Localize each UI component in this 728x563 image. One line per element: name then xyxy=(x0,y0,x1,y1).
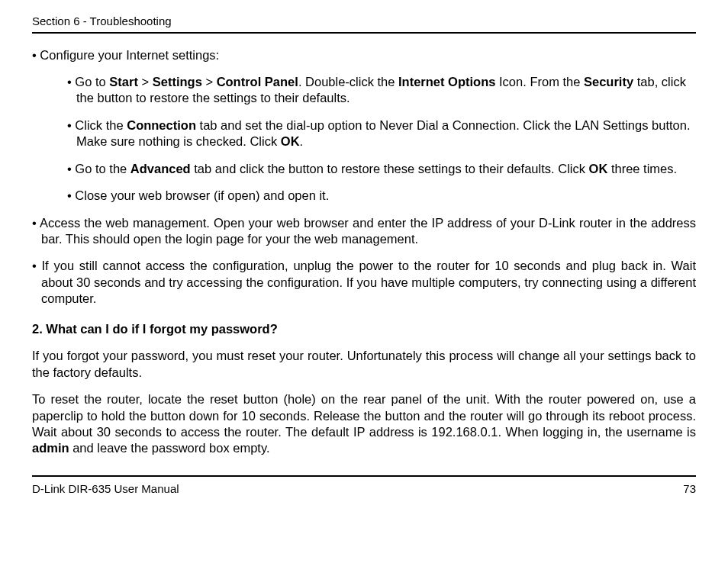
footer-manual-title: D-Link DIR-635 User Manual xyxy=(32,481,179,497)
text: tab and click the button to restore thes… xyxy=(191,162,589,175)
bold-start: Start xyxy=(109,75,138,88)
text: . xyxy=(300,134,304,148)
bold-control-panel: Control Panel xyxy=(217,75,298,88)
text: • Go to xyxy=(67,75,109,88)
text: . Double-click the xyxy=(298,75,398,88)
text: > xyxy=(202,75,217,88)
question-2-heading: 2. What can I do if I forgot my password… xyxy=(32,321,696,337)
bullet-access-web: • Access the web management. Open your w… xyxy=(32,215,696,248)
text: To reset the router, locate the reset bu… xyxy=(32,392,696,439)
text: three times. xyxy=(607,162,677,175)
text: • Go to the xyxy=(67,162,130,175)
text: > xyxy=(138,75,153,88)
text: and leave the password box empty. xyxy=(69,441,270,455)
sub-bullet-list: • Go to Start > Settings > Control Panel… xyxy=(63,74,696,204)
section-header: Section 6 - Troubleshooting xyxy=(32,14,696,34)
bold-connection: Connection xyxy=(127,118,196,132)
paragraph-forgot: If you forgot your password, you must re… xyxy=(32,348,696,381)
page-footer: D-Link DIR-635 User Manual 73 xyxy=(32,475,696,497)
bold-settings: Settings xyxy=(153,75,202,88)
bold-ok: OK xyxy=(589,162,608,175)
sub-bullet-3: • Go to the Advanced tab and click the b… xyxy=(63,161,696,177)
sub-bullet-4: • Close your web browser (if open) and o… xyxy=(63,188,696,204)
bullet-configure: • Configure your Internet settings: xyxy=(32,47,696,63)
sub-bullet-1: • Go to Start > Settings > Control Panel… xyxy=(63,74,696,107)
bold-security: Security xyxy=(584,75,633,88)
text: • Click the xyxy=(67,118,127,132)
text: Icon. From the xyxy=(495,75,584,88)
paragraph-reset: To reset the router, locate the reset bu… xyxy=(32,391,696,457)
bullet-still-cannot: • If you still cannot access the configu… xyxy=(32,258,696,307)
footer-page-number: 73 xyxy=(683,481,696,497)
bold-admin: admin xyxy=(32,441,69,455)
bold-ok: OK xyxy=(281,134,300,148)
bold-internet-options: Internet Options xyxy=(398,75,495,88)
sub-bullet-2: • Click the Connection tab and set the d… xyxy=(63,117,696,150)
bold-advanced: Advanced xyxy=(130,162,191,175)
page-content: • Configure your Internet settings: • Go… xyxy=(32,47,696,457)
